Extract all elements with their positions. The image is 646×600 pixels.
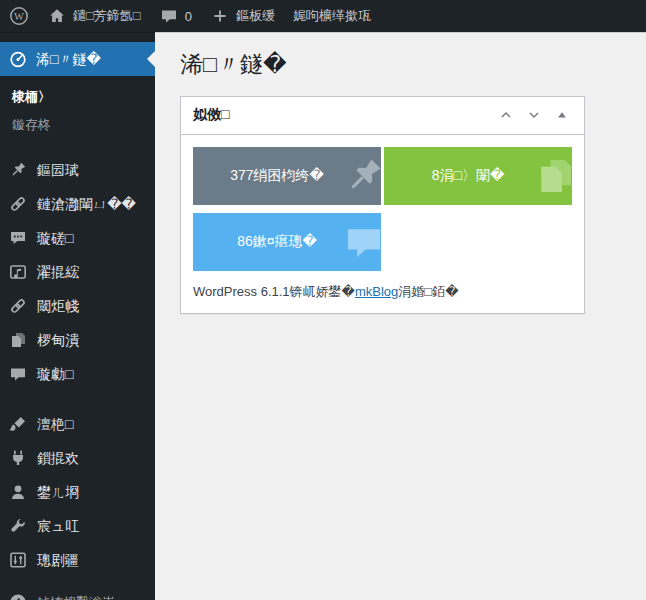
widget-controls bbox=[494, 103, 584, 127]
wordpress-logo-icon: W bbox=[9, 6, 29, 26]
sidebar-item-5[interactable]: 閾炬帴 bbox=[0, 289, 155, 323]
sidebar-item-label: 璇勮□ bbox=[37, 367, 73, 381]
glance-stat-1[interactable]: 377绡囨枃绔� bbox=[193, 147, 381, 205]
site-name-label: 鑓□芳鍗氬□ bbox=[73, 7, 141, 25]
sidebar-item-12[interactable]: 璁剧疆 bbox=[0, 543, 155, 577]
sidebar-item-2[interactable]: 鏈滄灉閳ㄩ�� bbox=[0, 187, 155, 221]
sidebar-item-10[interactable]: 鐢ㄦ埛 bbox=[0, 475, 155, 509]
chevron-down-icon bbox=[526, 107, 542, 123]
sidebar-item-label: 鐢ㄦ埛 bbox=[37, 485, 79, 499]
comment-count: 0 bbox=[185, 9, 192, 24]
move-widget-up-button[interactable] bbox=[494, 103, 518, 127]
widget-body: 377绡囨枃绔�8涓□〉闈�86鏉¤瘎璁� WordPress 6.1.1锛屼娇… bbox=[181, 135, 584, 313]
triangle-up-icon bbox=[554, 107, 570, 123]
pin-icon bbox=[8, 160, 28, 180]
glance-stat-2[interactable]: 8涓□〉闈� bbox=[384, 147, 572, 205]
chain-icon bbox=[8, 296, 28, 316]
sliders-icon bbox=[8, 550, 28, 570]
bubble-icon bbox=[341, 219, 387, 265]
stat-text: 377绡囨枃绔� bbox=[230, 167, 344, 185]
main-content: 浠□〃鐩� 姒傚□ 377绡囨枃绔�8涓□〉闈�86鏉¤瘎璁� WordPres… bbox=[155, 32, 646, 600]
sidebar-menu: 鏂囩珷鏈滄灉閳ㄩ��璇磋□濯掍綋閾炬帴椤甸潰璇勮□澶栬□鎻掍欢鐢ㄦ埛宸ュ叿璁剧疆 bbox=[0, 153, 155, 577]
widget-header: 姒傚□ bbox=[181, 97, 584, 135]
stat-text: 8涓□〉闈� bbox=[432, 167, 525, 185]
pages-icon bbox=[8, 330, 28, 350]
move-widget-down-button[interactable] bbox=[522, 103, 546, 127]
sidebar-item-label: 鏂囩珷 bbox=[37, 163, 79, 177]
sidebar-item-label: 澶栬□ bbox=[37, 417, 73, 431]
media-icon bbox=[8, 262, 28, 282]
sidebar-item-label: 璇磋□ bbox=[37, 231, 73, 245]
version-line: WordPress 6.1.1锛屼娇鐢�mkBlog涓婚□銆� bbox=[193, 283, 572, 301]
sidebar-item-11[interactable]: 宸ュ叿 bbox=[0, 509, 155, 543]
sidebar-item-7[interactable]: 璇勮□ bbox=[0, 357, 155, 391]
stat-text: 86鏉¤瘎璁� bbox=[237, 233, 337, 251]
toggle-widget-button[interactable] bbox=[550, 103, 574, 127]
collapse-arrow-icon bbox=[8, 592, 28, 600]
at-a-glance-widget: 姒傚□ 377绡囨枃绔�8涓□〉闈�86鏉¤瘎璁� WordPress 6.1.… bbox=[180, 96, 585, 314]
sidebar-item-label: 宸ュ叿 bbox=[37, 519, 79, 533]
widget-title: 姒傚□ bbox=[181, 106, 241, 124]
wrench-icon bbox=[8, 516, 28, 536]
user-icon bbox=[8, 482, 28, 502]
plug-icon bbox=[8, 448, 28, 468]
admin-sidebar: 浠□〃鐩� 棣栭〉 鏇存柊 鏂囩珷鏈滄灉閳ㄩ��璇磋□濯掍綋閾炬帴椤甸潰璇勮□澶… bbox=[0, 32, 155, 600]
sidebar-item-8[interactable]: 澶栬□ bbox=[0, 407, 155, 441]
glance-stat-3[interactable]: 86鏉¤瘎璁� bbox=[193, 213, 381, 271]
pages-icon bbox=[532, 153, 578, 199]
comment-bubble-icon bbox=[159, 6, 179, 26]
gauge-icon bbox=[8, 49, 28, 69]
theme-link[interactable]: mkBlog bbox=[355, 284, 398, 299]
sidebar-item-dashboard[interactable]: 浠□〃鐩� bbox=[0, 42, 155, 76]
sidebar-item-6[interactable]: 椤甸潰 bbox=[0, 323, 155, 357]
sidebar-item-4[interactable]: 濯掍綋 bbox=[0, 255, 155, 289]
brush-icon bbox=[8, 414, 28, 434]
sidebar-item-label: 鏈滄灉閳ㄩ�� bbox=[37, 197, 136, 211]
submenu-item-updates[interactable]: 鏇存柊 bbox=[0, 111, 155, 139]
page-title: 浠□〃鐩� bbox=[180, 50, 646, 80]
sidebar-item-label: 璁剧疆 bbox=[37, 553, 79, 567]
pin-icon bbox=[341, 153, 387, 199]
home-icon bbox=[47, 6, 67, 26]
clear-cache-label: 娓呴櫎缂撳瓨 bbox=[293, 7, 371, 25]
sidebar-item-9[interactable]: 鎻掍欢 bbox=[0, 441, 155, 475]
chevron-up-icon bbox=[498, 107, 514, 123]
collapse-menu-label: 鏀惰捣鑿滃崟 bbox=[37, 596, 115, 600]
sidebar-item-label: 閾炬帴 bbox=[37, 299, 79, 313]
chat-dots-icon bbox=[8, 228, 28, 248]
new-content-button[interactable]: 鏂板缓 bbox=[201, 0, 284, 32]
admin-bar-comments[interactable]: 0 bbox=[150, 0, 201, 32]
dashboard-submenu: 棣栭〉 鏇存柊 bbox=[0, 76, 155, 153]
sidebar-item-3[interactable]: 璇磋□ bbox=[0, 221, 155, 255]
site-name-link[interactable]: 鑓□芳鍗氬□ bbox=[38, 0, 150, 32]
bubble-icon bbox=[8, 364, 28, 384]
chain-icon bbox=[8, 194, 28, 214]
sidebar-item-1[interactable]: 鏂囩珷 bbox=[0, 153, 155, 187]
collapse-menu-button[interactable]: 鏀惰捣鑿滃崟 bbox=[0, 585, 155, 600]
plus-icon bbox=[210, 6, 230, 26]
version-text-suffix: 涓婚□銆� bbox=[398, 284, 458, 299]
glance-stats: 377绡囨枃绔�8涓□〉闈�86鏉¤瘎璁� bbox=[193, 147, 572, 271]
wordpress-logo-menu[interactable]: W bbox=[0, 0, 38, 32]
new-content-label: 鏂板缓 bbox=[236, 7, 275, 25]
sidebar-item-label: 濯掍綋 bbox=[37, 265, 79, 279]
sidebar-item-label: 鎻掍欢 bbox=[37, 451, 79, 465]
svg-text:W: W bbox=[14, 11, 24, 22]
admin-bar: W 鑓□芳鍗氬□ 0 鏂板缓 娓呴櫎缂撳瓨 bbox=[0, 0, 646, 32]
clear-cache-button[interactable]: 娓呴櫎缂撳瓨 bbox=[284, 0, 380, 32]
version-text: WordPress 6.1.1锛屼娇鐢� bbox=[193, 284, 355, 299]
submenu-item-home[interactable]: 棣栭〉 bbox=[0, 83, 155, 111]
sidebar-item-label: 椤甸潰 bbox=[37, 333, 79, 347]
sidebar-item-label: 浠□〃鐩� bbox=[36, 52, 101, 66]
